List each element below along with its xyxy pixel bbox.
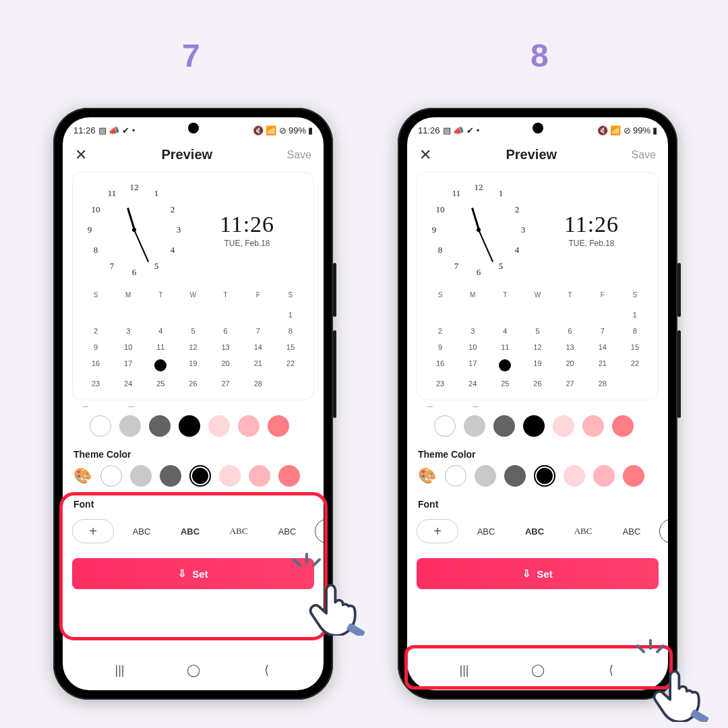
calendar-cell: 3 bbox=[456, 323, 489, 339]
calendar-cell: 17 bbox=[112, 355, 144, 375]
calendar-cell: . bbox=[80, 307, 112, 323]
calendar-cell: 26 bbox=[177, 375, 209, 392]
font-option[interactable]: ABC bbox=[218, 519, 260, 543]
status-dot: • bbox=[132, 126, 135, 135]
battery-icon: ▮ bbox=[308, 126, 313, 135]
color-swatch[interactable] bbox=[493, 415, 515, 437]
calendar-cell: 2 bbox=[80, 323, 112, 339]
color-swatch[interactable] bbox=[534, 465, 555, 487]
color-swatch[interactable] bbox=[160, 465, 181, 487]
theme-color-swatches: 🎨 bbox=[417, 465, 659, 487]
calendar-cell: 16 bbox=[424, 355, 456, 375]
calendar-day-header: F bbox=[586, 287, 619, 303]
calendar-cell: 27 bbox=[554, 375, 586, 392]
color-swatch[interactable] bbox=[564, 465, 585, 487]
font-option[interactable]: ABC bbox=[659, 519, 668, 543]
calendar-cell: 28 bbox=[242, 375, 274, 392]
color-swatch[interactable] bbox=[90, 415, 111, 437]
close-button[interactable]: ✕ bbox=[75, 148, 87, 162]
calendar-cell: 15 bbox=[619, 339, 651, 355]
nav-home[interactable]: ◯ bbox=[185, 662, 202, 678]
color-swatch[interactable] bbox=[278, 465, 300, 487]
calendar-day-header: M bbox=[456, 287, 489, 303]
phone-mock-left: 11:26 ▧ 📣 ✔ • 🔇 📶 ⊘ 99% ▮ ✕ Preview Save bbox=[53, 108, 333, 700]
camera-cutout bbox=[188, 123, 199, 133]
calendar-cell: . bbox=[242, 307, 274, 323]
set-button[interactable]: ⇩ Set bbox=[72, 558, 314, 589]
color-swatch[interactable] bbox=[238, 415, 260, 437]
palette-icon[interactable]: 🎨 bbox=[417, 466, 437, 486]
nav-back[interactable]: ⟨ bbox=[603, 662, 619, 678]
color-swatch[interactable] bbox=[179, 415, 200, 437]
font-option[interactable]: ABC bbox=[315, 519, 324, 543]
calendar-cell: 23 bbox=[424, 375, 456, 392]
calendar-cell: 19 bbox=[521, 355, 553, 375]
font-option[interactable]: ABC bbox=[611, 519, 653, 543]
color-swatch[interactable] bbox=[434, 415, 456, 437]
calendar-cell: 24 bbox=[456, 375, 489, 392]
calendar-cell: 4 bbox=[489, 323, 521, 339]
status-icons-left: ▧ 📣 ✔ bbox=[443, 126, 474, 135]
color-swatch[interactable] bbox=[189, 465, 211, 487]
color-swatch[interactable] bbox=[268, 415, 289, 437]
color-swatch[interactable] bbox=[593, 465, 615, 487]
calendar-cell: 8 bbox=[274, 323, 307, 339]
calendar-cell: 27 bbox=[210, 375, 242, 392]
calendar-cell: 13 bbox=[210, 339, 242, 355]
font-option[interactable]: ABC bbox=[562, 519, 604, 543]
font-label: Font bbox=[418, 499, 657, 510]
digital-time: 11:26 bbox=[191, 212, 303, 237]
save-button[interactable]: Save bbox=[632, 149, 656, 161]
calendar-cell: . bbox=[424, 307, 456, 323]
calendar-cell: . bbox=[554, 307, 586, 323]
set-button[interactable]: ⇩ Set bbox=[417, 558, 659, 589]
color-swatch[interactable] bbox=[149, 415, 171, 437]
analog-clock: 12 1 2 3 4 5 6 7 8 9 10 11 bbox=[428, 179, 529, 280]
font-option[interactable]: ABC bbox=[266, 519, 308, 543]
font-option[interactable]: ABC bbox=[465, 519, 507, 543]
close-button[interactable]: ✕ bbox=[419, 148, 431, 162]
add-font-button[interactable]: + bbox=[72, 519, 114, 543]
calendar-day-header: F bbox=[242, 287, 274, 303]
color-swatch[interactable] bbox=[100, 465, 122, 487]
color-swatch[interactable] bbox=[130, 465, 152, 487]
calendar-cell: 22 bbox=[274, 355, 307, 375]
color-swatch[interactable] bbox=[249, 465, 270, 487]
font-option[interactable]: ABC bbox=[169, 519, 211, 543]
color-swatch[interactable] bbox=[582, 415, 604, 437]
nav-recents[interactable]: ||| bbox=[456, 662, 473, 678]
font-option[interactable]: ABC bbox=[121, 519, 162, 543]
palette-icon[interactable]: 🎨 bbox=[72, 466, 92, 486]
nav-recents[interactable]: ||| bbox=[112, 662, 128, 678]
color-swatch[interactable] bbox=[623, 465, 644, 487]
color-swatch[interactable] bbox=[464, 415, 485, 437]
calendar-day-header: S bbox=[619, 287, 651, 303]
calendar-cell: 7 bbox=[242, 323, 274, 339]
calendar-cell: 7 bbox=[586, 323, 619, 339]
color-swatch[interactable] bbox=[119, 415, 141, 437]
calendar-cell: . bbox=[210, 307, 242, 323]
calendar-day-header: S bbox=[80, 287, 112, 303]
color-swatch[interactable] bbox=[445, 465, 466, 487]
color-swatch[interactable] bbox=[523, 415, 545, 437]
calendar-cell: 16 bbox=[80, 355, 112, 375]
save-button[interactable]: Save bbox=[287, 149, 311, 161]
android-nav-bar: ||| ◯ ⟨ bbox=[63, 657, 324, 684]
calendar-cell: . bbox=[586, 307, 619, 323]
status-time: 11:26 bbox=[73, 125, 96, 135]
add-font-button[interactable]: + bbox=[417, 519, 458, 543]
android-nav-bar: ||| ◯ ⟨ bbox=[407, 657, 668, 684]
color-swatch[interactable] bbox=[219, 465, 241, 487]
nav-back[interactable]: ⟨ bbox=[259, 662, 275, 678]
font-option[interactable]: ABC bbox=[514, 519, 555, 543]
calendar-cell: 18 bbox=[144, 355, 177, 375]
color-swatch[interactable] bbox=[612, 415, 634, 437]
color-swatch[interactable] bbox=[553, 415, 574, 437]
nav-home[interactable]: ◯ bbox=[530, 662, 546, 678]
color-swatch[interactable] bbox=[504, 465, 526, 487]
status-icons-right: 🔇 📶 ⊘ bbox=[253, 126, 286, 135]
calendar-cell: 1 bbox=[619, 307, 651, 323]
color-swatch[interactable] bbox=[475, 465, 496, 487]
page-title: Preview bbox=[506, 147, 557, 162]
color-swatch[interactable] bbox=[208, 415, 230, 437]
